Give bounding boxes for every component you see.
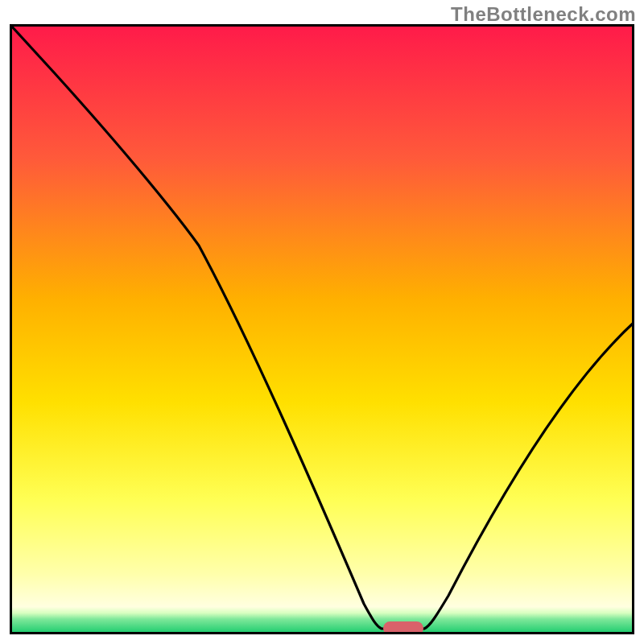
gradient-background: [10, 24, 634, 634]
chart-container: TheBottleneck.com: [0, 0, 644, 644]
watermark-text: TheBottleneck.com: [451, 3, 636, 26]
chart-svg: [10, 24, 634, 634]
plot-area: [10, 24, 634, 634]
